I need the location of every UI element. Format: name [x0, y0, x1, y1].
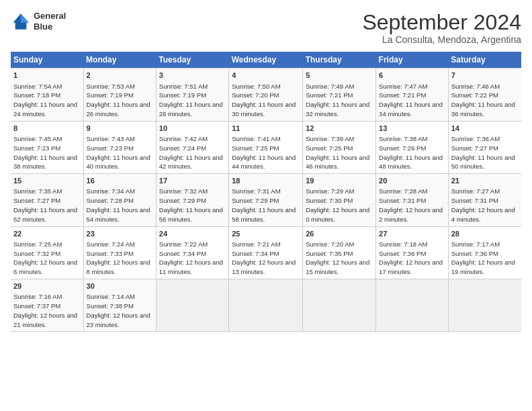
header-cell-thursday: Thursday: [303, 52, 376, 68]
day-cell: 9Sunrise: 7:43 AMSunset: 7:23 PMDaylight…: [83, 121, 156, 173]
day-info: Sunrise: 7:54 AMSunset: 7:18 PMDaylight:…: [13, 82, 81, 119]
day-number: 24: [159, 229, 226, 239]
day-number: 7: [451, 71, 519, 81]
day-number: 12: [306, 124, 373, 134]
week-row-1: 1Sunrise: 7:54 AMSunset: 7:18 PMDaylight…: [11, 68, 521, 121]
day-info: Sunrise: 7:42 AMSunset: 7:24 PMDaylight:…: [159, 134, 226, 171]
logo: General Blue: [11, 11, 66, 32]
day-info: Sunrise: 7:50 AMSunset: 7:20 PMDaylight:…: [232, 82, 300, 119]
day-info: Sunrise: 7:46 AMSunset: 7:22 PMDaylight:…: [451, 82, 519, 119]
day-info: Sunrise: 7:20 AMSunset: 7:35 PMDaylight:…: [306, 240, 373, 277]
header-cell-monday: Monday: [83, 52, 156, 68]
day-cell: 25Sunrise: 7:21 AMSunset: 7:34 PMDayligh…: [229, 226, 303, 279]
day-cell: 24Sunrise: 7:22 AMSunset: 7:34 PMDayligh…: [156, 226, 228, 279]
day-number: 15: [13, 176, 81, 186]
day-cell: 7Sunrise: 7:46 AMSunset: 7:22 PMDaylight…: [448, 68, 521, 121]
day-info: Sunrise: 7:32 AMSunset: 7:29 PMDaylight:…: [159, 187, 226, 224]
day-cell: [229, 279, 303, 332]
day-number: 25: [232, 229, 300, 239]
day-info: Sunrise: 7:47 AMSunset: 7:21 PMDaylight:…: [379, 82, 445, 119]
logo-text: General Blue: [34, 11, 66, 32]
day-info: Sunrise: 7:35 AMSunset: 7:27 PMDaylight:…: [13, 187, 81, 224]
day-cell: 28Sunrise: 7:17 AMSunset: 7:36 PMDayligh…: [448, 226, 521, 279]
header-cell-tuesday: Tuesday: [156, 52, 228, 68]
day-info: Sunrise: 7:53 AMSunset: 7:19 PMDaylight:…: [87, 82, 153, 119]
day-info: Sunrise: 7:29 AMSunset: 7:30 PMDaylight:…: [306, 187, 373, 224]
day-info: Sunrise: 7:24 AMSunset: 7:33 PMDaylight:…: [87, 240, 153, 277]
day-cell: 13Sunrise: 7:38 AMSunset: 7:26 PMDayligh…: [376, 121, 449, 173]
header: General Blue September 2024 La Consulta,…: [11, 11, 521, 45]
day-cell: 30Sunrise: 7:14 AMSunset: 7:38 PMDayligh…: [83, 279, 156, 332]
day-cell: 5Sunrise: 7:49 AMSunset: 7:21 PMDaylight…: [303, 68, 376, 121]
day-info: Sunrise: 7:14 AMSunset: 7:38 PMDaylight:…: [87, 292, 153, 329]
day-cell: 14Sunrise: 7:36 AMSunset: 7:27 PMDayligh…: [448, 121, 521, 173]
day-number: 20: [379, 176, 445, 186]
day-info: Sunrise: 7:17 AMSunset: 7:36 PMDaylight:…: [451, 240, 519, 277]
day-info: Sunrise: 7:45 AMSunset: 7:23 PMDaylight:…: [13, 134, 81, 171]
day-cell: 16Sunrise: 7:34 AMSunset: 7:28 PMDayligh…: [83, 174, 156, 226]
day-cell: 10Sunrise: 7:42 AMSunset: 7:24 PMDayligh…: [156, 121, 228, 173]
day-cell: 12Sunrise: 7:39 AMSunset: 7:25 PMDayligh…: [303, 121, 376, 173]
day-cell: [448, 279, 521, 332]
header-cell-saturday: Saturday: [448, 52, 521, 68]
day-number: 27: [379, 229, 445, 239]
day-number: 28: [451, 229, 519, 239]
day-cell: [156, 279, 228, 332]
day-number: 6: [379, 71, 445, 81]
header-cell-wednesday: Wednesday: [229, 52, 303, 68]
day-cell: 8Sunrise: 7:45 AMSunset: 7:23 PMDaylight…: [11, 121, 83, 173]
day-info: Sunrise: 7:43 AMSunset: 7:23 PMDaylight:…: [87, 134, 153, 171]
title-block: September 2024 La Consulta, Mendoza, Arg…: [362, 11, 521, 45]
day-info: Sunrise: 7:21 AMSunset: 7:34 PMDaylight:…: [232, 240, 300, 277]
subtitle: La Consulta, Mendoza, Argentina: [362, 34, 521, 45]
day-number: 18: [232, 176, 300, 186]
day-number: 23: [87, 229, 153, 239]
day-cell: 11Sunrise: 7:41 AMSunset: 7:25 PMDayligh…: [229, 121, 303, 173]
day-number: 21: [451, 176, 519, 186]
week-row-4: 22Sunrise: 7:25 AMSunset: 7:32 PMDayligh…: [11, 226, 521, 279]
day-cell: 21Sunrise: 7:27 AMSunset: 7:31 PMDayligh…: [448, 174, 521, 226]
day-cell: 15Sunrise: 7:35 AMSunset: 7:27 PMDayligh…: [11, 174, 83, 226]
day-number: 9: [87, 124, 153, 134]
week-row-5: 29Sunrise: 7:16 AMSunset: 7:37 PMDayligh…: [11, 279, 521, 332]
day-info: Sunrise: 7:39 AMSunset: 7:25 PMDaylight:…: [306, 134, 373, 171]
calendar-table: SundayMondayTuesdayWednesdayThursdayFrid…: [11, 52, 521, 332]
logo-icon: [11, 11, 31, 32]
main-title: September 2024: [362, 11, 521, 34]
week-row-3: 15Sunrise: 7:35 AMSunset: 7:27 PMDayligh…: [11, 174, 521, 226]
day-number: 2: [87, 71, 153, 81]
day-info: Sunrise: 7:18 AMSunset: 7:36 PMDaylight:…: [379, 240, 445, 277]
day-number: 11: [232, 124, 300, 134]
day-cell: 19Sunrise: 7:29 AMSunset: 7:30 PMDayligh…: [303, 174, 376, 226]
day-cell: 2Sunrise: 7:53 AMSunset: 7:19 PMDaylight…: [83, 68, 156, 121]
day-info: Sunrise: 7:36 AMSunset: 7:27 PMDaylight:…: [451, 134, 519, 171]
day-number: 19: [306, 176, 373, 186]
day-info: Sunrise: 7:22 AMSunset: 7:34 PMDaylight:…: [159, 240, 226, 277]
day-number: 22: [13, 229, 81, 239]
day-info: Sunrise: 7:28 AMSunset: 7:31 PMDaylight:…: [379, 187, 445, 224]
day-cell: [376, 279, 449, 332]
day-cell: 22Sunrise: 7:25 AMSunset: 7:32 PMDayligh…: [11, 226, 83, 279]
day-info: Sunrise: 7:38 AMSunset: 7:26 PMDaylight:…: [379, 134, 445, 171]
day-number: 10: [159, 124, 226, 134]
day-info: Sunrise: 7:41 AMSunset: 7:25 PMDaylight:…: [232, 134, 300, 171]
day-number: 14: [451, 124, 519, 134]
day-number: 30: [87, 281, 153, 291]
day-info: Sunrise: 7:34 AMSunset: 7:28 PMDaylight:…: [87, 187, 153, 224]
day-info: Sunrise: 7:16 AMSunset: 7:37 PMDaylight:…: [13, 292, 81, 329]
day-cell: 26Sunrise: 7:20 AMSunset: 7:35 PMDayligh…: [303, 226, 376, 279]
day-cell: 3Sunrise: 7:51 AMSunset: 7:19 PMDaylight…: [156, 68, 228, 121]
week-row-2: 8Sunrise: 7:45 AMSunset: 7:23 PMDaylight…: [11, 121, 521, 173]
day-number: 29: [13, 281, 81, 291]
day-cell: 27Sunrise: 7:18 AMSunset: 7:36 PMDayligh…: [376, 226, 449, 279]
day-number: 26: [306, 229, 373, 239]
day-cell: 20Sunrise: 7:28 AMSunset: 7:31 PMDayligh…: [376, 174, 449, 226]
day-info: Sunrise: 7:27 AMSunset: 7:31 PMDaylight:…: [451, 187, 519, 224]
day-cell: 4Sunrise: 7:50 AMSunset: 7:20 PMDaylight…: [229, 68, 303, 121]
page: General Blue September 2024 La Consulta,…: [0, 0, 532, 338]
day-number: 3: [159, 71, 226, 81]
day-cell: 29Sunrise: 7:16 AMSunset: 7:37 PMDayligh…: [11, 279, 83, 332]
day-number: 13: [379, 124, 445, 134]
day-cell: 17Sunrise: 7:32 AMSunset: 7:29 PMDayligh…: [156, 174, 228, 226]
svg-marker-1: [21, 13, 29, 22]
